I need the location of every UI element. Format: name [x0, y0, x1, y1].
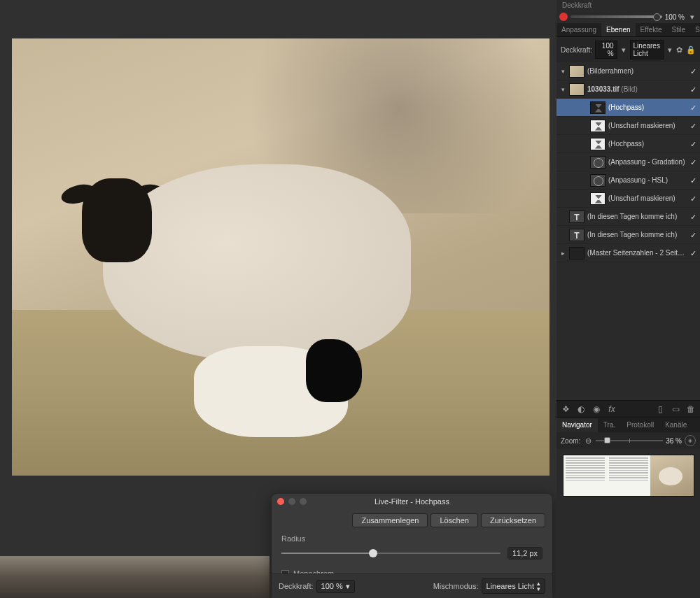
- layer-opacity-label: Deckkraft:: [561, 46, 592, 54]
- zoom-out-icon[interactable]: ⊖: [583, 436, 593, 446]
- layer-name-label: (Master Seitenzahlen - 2 Seiten): [587, 249, 686, 257]
- chevron-down-icon[interactable]: ▾: [687, 12, 697, 22]
- slider-thumb[interactable]: [604, 437, 610, 443]
- layer-thumbnail[interactable]: [590, 156, 606, 169]
- layer-row[interactable]: (Hochpass)✓: [556, 99, 700, 117]
- gear-icon[interactable]: ✿: [676, 45, 683, 55]
- visibility-check-icon[interactable]: ✓: [689, 231, 697, 239]
- layer-name-label: (Unscharf maskieren): [608, 194, 686, 202]
- top-opacity-value: 100 %: [665, 13, 685, 21]
- live-filter-dialog: Live-Filter - Hochpass Zusammenlegen Lös…: [272, 494, 552, 598]
- layer-opacity-input[interactable]: 100 %: [595, 41, 617, 59]
- chevron-down-icon: ▾: [346, 582, 350, 591]
- visibility-check-icon[interactable]: ✓: [689, 176, 697, 185]
- layer-row[interactable]: (Anpassung - Gradation)✓: [556, 153, 700, 171]
- layer-row[interactable]: ▸(Master Seitenzahlen - 2 Seiten)✓: [556, 244, 700, 262]
- top-opacity-label: Deckkraft: [562, 1, 694, 9]
- layer-row[interactable]: ▾(Bilderrahmen)✓: [556, 62, 700, 80]
- panel-tab-stock[interactable]: Stock: [690, 23, 700, 36]
- visibility-check-icon[interactable]: ✓: [689, 194, 697, 203]
- radius-value-input[interactable]: 11,2 px: [507, 547, 542, 560]
- visibility-check-icon[interactable]: ✓: [689, 122, 697, 130]
- disclosure-icon[interactable]: ▾: [559, 86, 566, 93]
- visibility-check-icon[interactable]: ✓: [689, 140, 697, 148]
- nav-tab-tra.[interactable]: Tra.: [598, 418, 621, 432]
- document-image[interactable]: [12, 38, 550, 476]
- updown-icon: ▴▾: [537, 581, 540, 592]
- layer-thumbnail[interactable]: [569, 229, 584, 241]
- panel-tab-anpassung[interactable]: Anpassung: [556, 23, 601, 36]
- panel-tab-effekte[interactable]: Effekte: [636, 23, 667, 36]
- top-opacity-slider[interactable]: [570, 15, 662, 18]
- layer-name-label: (Anpassung - HSL): [608, 176, 686, 184]
- dialog-titlebar[interactable]: Live-Filter - Hochpass: [272, 494, 552, 509]
- panel-tab-stile[interactable]: Stile: [666, 23, 690, 36]
- nav-tab-kanäle[interactable]: Kanäle: [659, 418, 692, 432]
- dialog-blend-label: Mischmodus:: [433, 582, 479, 590]
- mask-icon[interactable]: ◐: [574, 403, 588, 415]
- layer-row[interactable]: (Anpassung - HSL)✓: [556, 171, 700, 190]
- navigator-thumbnail[interactable]: [563, 455, 694, 497]
- layers-icon[interactable]: ❖: [559, 403, 573, 415]
- chevron-down-icon[interactable]: ▾: [620, 45, 627, 55]
- adjustment-icon[interactable]: ◉: [589, 403, 603, 415]
- layer-thumbnail[interactable]: [590, 120, 606, 132]
- merge-button[interactable]: Zusammenlegen: [352, 513, 428, 527]
- visibility-check-icon[interactable]: ✓: [689, 249, 697, 257]
- record-icon[interactable]: [559, 13, 568, 21]
- layer-name-label: (Hochpass): [608, 140, 686, 148]
- navigator-preview-area[interactable]: [556, 449, 700, 598]
- layer-thumbnail[interactable]: [569, 83, 584, 96]
- layer-name-label: (Anpassung - Gradation): [608, 158, 686, 166]
- layer-thumbnail[interactable]: [590, 174, 606, 187]
- layer-thumbnail[interactable]: [590, 101, 606, 114]
- visibility-check-icon[interactable]: ✓: [689, 67, 697, 76]
- layer-row[interactable]: (In diesen Tagen komme ich)✓: [556, 226, 700, 244]
- layer-thumbnail[interactable]: [569, 247, 584, 259]
- zoom-slider[interactable]: [596, 440, 663, 441]
- disclosure-icon[interactable]: ▾: [559, 68, 566, 75]
- nav-tab-navigator[interactable]: Navigator: [556, 418, 598, 432]
- fx-icon[interactable]: fx: [605, 403, 619, 415]
- zoom-in-icon[interactable]: +: [685, 435, 696, 446]
- layer-thumbnail[interactable]: [569, 211, 584, 223]
- group-icon[interactable]: ▭: [668, 403, 682, 415]
- layer-row[interactable]: (Unscharf maskieren)✓: [556, 117, 700, 135]
- panel-tab-ebenen[interactable]: Ebenen: [601, 23, 635, 36]
- visibility-check-icon[interactable]: ✓: [689, 104, 697, 112]
- dialog-opacity-dropdown[interactable]: 100 % ▾: [316, 580, 355, 593]
- visibility-check-icon[interactable]: ✓: [689, 158, 697, 166]
- nav-tab-protokoll[interactable]: Protokoll: [621, 418, 659, 432]
- layer-row[interactable]: (Unscharf maskieren)✓: [556, 190, 700, 208]
- layer-thumbnail[interactable]: [590, 192, 606, 205]
- slider-thumb[interactable]: [369, 549, 377, 557]
- visibility-check-icon[interactable]: ✓: [689, 85, 697, 94]
- delete-button[interactable]: Löschen: [430, 513, 478, 527]
- disclosure-icon[interactable]: ▸: [559, 250, 566, 257]
- close-icon[interactable]: [277, 498, 284, 505]
- reset-button[interactable]: Zurücksetzen: [481, 513, 545, 527]
- dialog-blend-dropdown[interactable]: Lineares Licht ▴▾: [482, 578, 546, 594]
- right-panel: Deckkraft 100 % ▾ AnpassungEbenenEffekte…: [556, 0, 700, 598]
- layer-thumbnail[interactable]: [590, 138, 606, 150]
- layers-list: ▾(Bilderrahmen)✓▾103033.tif (Bild)✓(Hoch…: [556, 62, 700, 262]
- layer-name-label: (Unscharf maskieren): [608, 122, 686, 129]
- blend-mode-select[interactable]: Lineares Licht: [630, 40, 664, 59]
- zoom-label: Zoom:: [561, 437, 580, 445]
- layer-row[interactable]: ▾103033.tif (Bild)✓: [556, 80, 700, 99]
- layer-name-label: (Hochpass): [608, 104, 686, 111]
- panel-tabs: AnpassungEbenenEffekteStileStock: [556, 23, 700, 37]
- layer-thumbnail[interactable]: [569, 65, 584, 78]
- lock-icon[interactable]: 🔒: [686, 45, 696, 55]
- visibility-check-icon[interactable]: ✓: [689, 213, 697, 221]
- dialog-title: Live-Filter - Hochpass: [374, 497, 449, 506]
- layer-row[interactable]: (Hochpass)✓: [556, 135, 700, 153]
- secondary-document-image[interactable]: [0, 556, 270, 598]
- image-subject: [103, 164, 411, 360]
- doc-icon[interactable]: ▯: [653, 403, 667, 415]
- dialog-opacity-label: Deckkraft:: [279, 582, 314, 590]
- trash-icon[interactable]: 🗑: [684, 403, 698, 415]
- layer-row[interactable]: (In diesen Tagen komme ich)✓: [556, 208, 700, 226]
- radius-slider[interactable]: [281, 553, 500, 554]
- chevron-down-icon[interactable]: ▾: [666, 45, 673, 55]
